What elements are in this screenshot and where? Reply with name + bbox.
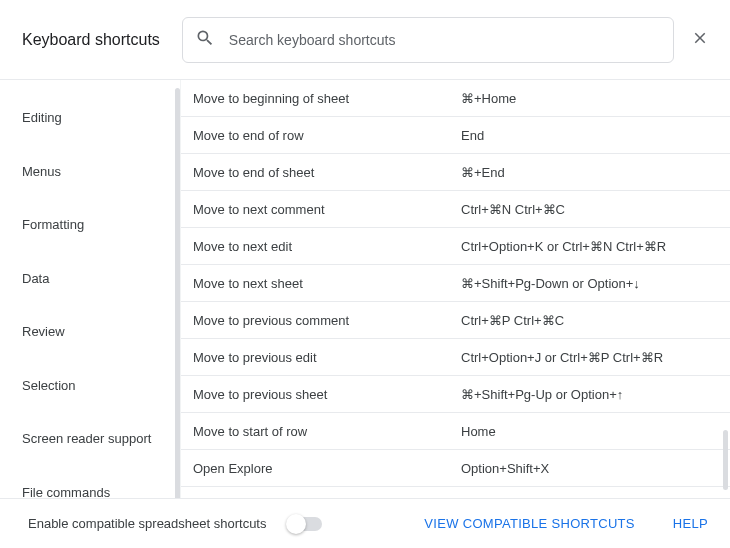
shortcuts-table: Move to beginning of sheet⌘+HomeMove to … xyxy=(181,80,730,487)
shortcut-action: Move to next comment xyxy=(193,202,461,217)
sidebar-item-formatting[interactable]: Formatting xyxy=(0,205,180,245)
sidebar-item-review[interactable]: Review xyxy=(0,312,180,352)
dialog-footer: Enable compatible spreadsheet shortcuts … xyxy=(0,498,730,548)
shortcut-keys: Home xyxy=(461,424,718,439)
shortcut-row: Move to beginning of sheet⌘+Home xyxy=(181,80,730,117)
compatible-toggle[interactable] xyxy=(288,517,322,531)
sidebar-item-data[interactable]: Data xyxy=(0,259,180,299)
shortcut-keys: ⌘+Shift+Pg-Up or Option+↑ xyxy=(461,387,718,402)
scrollbar[interactable] xyxy=(723,430,728,490)
shortcut-action: Move to beginning of sheet xyxy=(193,91,461,106)
sidebar-item-editing[interactable]: Editing xyxy=(0,98,180,138)
keyboard-shortcuts-dialog: Keyboard shortcuts EditingMenusFormattin… xyxy=(0,0,730,548)
shortcut-keys: ⌘+Shift+Pg-Down or Option+↓ xyxy=(461,276,718,291)
shortcut-keys: ⌘+End xyxy=(461,165,718,180)
sidebar-item-selection[interactable]: Selection xyxy=(0,366,180,406)
sidebar-item-file-commands[interactable]: File commands xyxy=(0,473,180,499)
shortcut-keys: Ctrl+Option+K or Ctrl+⌘N Ctrl+⌘R xyxy=(461,239,718,254)
shortcut-row: Move to previous commentCtrl+⌘P Ctrl+⌘C xyxy=(181,302,730,339)
shortcut-row: Move to previous sheet⌘+Shift+Pg-Up or O… xyxy=(181,376,730,413)
shortcut-row: Move to end of sheet⌘+End xyxy=(181,154,730,191)
dialog-body: EditingMenusFormattingDataReviewSelectio… xyxy=(0,80,730,498)
dialog-header: Keyboard shortcuts xyxy=(0,0,730,80)
view-compatible-link[interactable]: VIEW COMPATIBLE SHORTCUTS xyxy=(424,516,634,531)
shortcut-row: Move to start of rowHome xyxy=(181,413,730,450)
search-icon xyxy=(195,28,215,52)
sidebar-item-screen-reader-support[interactable]: Screen reader support xyxy=(0,419,180,459)
sidebar-item-menus[interactable]: Menus xyxy=(0,152,180,192)
shortcut-keys: Ctrl+⌘P Ctrl+⌘C xyxy=(461,313,718,328)
shortcut-action: Move to previous comment xyxy=(193,313,461,328)
shortcut-row: Move to next sheet⌘+Shift+Pg-Down or Opt… xyxy=(181,265,730,302)
shortcut-keys: Option+Shift+X xyxy=(461,461,718,476)
compatible-toggle-label: Enable compatible spreadsheet shortcuts xyxy=(28,516,266,531)
shortcut-keys: End xyxy=(461,128,718,143)
shortcut-action: Move to end of row xyxy=(193,128,461,143)
dialog-title: Keyboard shortcuts xyxy=(22,31,160,49)
shortcut-row: Open ExploreOption+Shift+X xyxy=(181,450,730,487)
shortcuts-content: Move to beginning of sheet⌘+HomeMove to … xyxy=(180,80,730,498)
shortcut-row: Move to previous editCtrl+Option+J or Ct… xyxy=(181,339,730,376)
toggle-knob xyxy=(286,514,306,534)
close-icon xyxy=(691,29,709,51)
shortcut-keys: ⌘+Home xyxy=(461,91,718,106)
shortcut-action: Move to previous sheet xyxy=(193,387,461,402)
search-input[interactable] xyxy=(229,32,661,48)
shortcut-action: Move to next sheet xyxy=(193,276,461,291)
close-button[interactable] xyxy=(688,28,712,52)
category-sidebar: EditingMenusFormattingDataReviewSelectio… xyxy=(0,80,180,498)
shortcut-keys: Ctrl+⌘N Ctrl+⌘C xyxy=(461,202,718,217)
shortcut-action: Open Explore xyxy=(193,461,461,476)
shortcut-keys: Ctrl+Option+J or Ctrl+⌘P Ctrl+⌘R xyxy=(461,350,718,365)
shortcut-row: Move to next editCtrl+Option+K or Ctrl+⌘… xyxy=(181,228,730,265)
shortcut-row: Move to end of rowEnd xyxy=(181,117,730,154)
shortcut-row: Move to next commentCtrl+⌘N Ctrl+⌘C xyxy=(181,191,730,228)
help-link[interactable]: HELP xyxy=(673,516,708,531)
shortcut-action: Move to start of row xyxy=(193,424,461,439)
shortcut-action: Move to next edit xyxy=(193,239,461,254)
shortcut-action: Move to end of sheet xyxy=(193,165,461,180)
shortcut-action: Move to previous edit xyxy=(193,350,461,365)
search-field[interactable] xyxy=(182,17,674,63)
